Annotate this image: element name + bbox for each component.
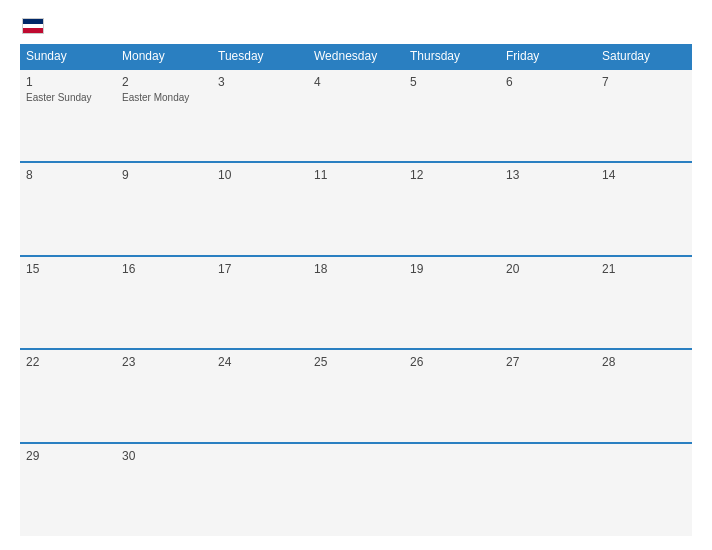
day-number: 17 bbox=[218, 262, 302, 276]
day-number: 29 bbox=[26, 449, 110, 463]
calendar-day-cell: 3 bbox=[212, 69, 308, 162]
calendar-day-cell: 6 bbox=[500, 69, 596, 162]
calendar-day-cell: 7 bbox=[596, 69, 692, 162]
weekday-header: Thursday bbox=[404, 44, 500, 69]
calendar-day-cell bbox=[404, 443, 500, 536]
calendar-week-row: 2930 bbox=[20, 443, 692, 536]
calendar-day-cell: 29 bbox=[20, 443, 116, 536]
day-number: 11 bbox=[314, 168, 398, 182]
day-number: 9 bbox=[122, 168, 206, 182]
calendar-day-cell: 19 bbox=[404, 256, 500, 349]
day-number: 26 bbox=[410, 355, 494, 369]
page: SundayMondayTuesdayWednesdayThursdayFrid… bbox=[0, 0, 712, 550]
day-number: 10 bbox=[218, 168, 302, 182]
day-number: 27 bbox=[506, 355, 590, 369]
day-number: 16 bbox=[122, 262, 206, 276]
calendar-day-cell: 9 bbox=[116, 162, 212, 255]
day-number: 6 bbox=[506, 75, 590, 89]
calendar-week-row: 15161718192021 bbox=[20, 256, 692, 349]
calendar-day-cell: 28 bbox=[596, 349, 692, 442]
calendar-day-cell bbox=[212, 443, 308, 536]
day-number: 28 bbox=[602, 355, 686, 369]
calendar-day-cell bbox=[596, 443, 692, 536]
weekday-row: SundayMondayTuesdayWednesdayThursdayFrid… bbox=[20, 44, 692, 69]
day-number: 12 bbox=[410, 168, 494, 182]
calendar-body: 1Easter Sunday2Easter Monday345678910111… bbox=[20, 69, 692, 536]
calendar-day-cell: 12 bbox=[404, 162, 500, 255]
calendar-day-cell: 30 bbox=[116, 443, 212, 536]
calendar-day-cell: 21 bbox=[596, 256, 692, 349]
day-number: 5 bbox=[410, 75, 494, 89]
day-number: 18 bbox=[314, 262, 398, 276]
day-number: 15 bbox=[26, 262, 110, 276]
day-number: 14 bbox=[602, 168, 686, 182]
weekday-header: Friday bbox=[500, 44, 596, 69]
holiday-label: Easter Sunday bbox=[26, 91, 110, 104]
calendar-day-cell: 23 bbox=[116, 349, 212, 442]
weekday-header: Tuesday bbox=[212, 44, 308, 69]
day-number: 22 bbox=[26, 355, 110, 369]
calendar-week-row: 22232425262728 bbox=[20, 349, 692, 442]
calendar-day-cell: 26 bbox=[404, 349, 500, 442]
calendar-day-cell: 18 bbox=[308, 256, 404, 349]
calendar-day-cell: 17 bbox=[212, 256, 308, 349]
calendar-week-row: 891011121314 bbox=[20, 162, 692, 255]
calendar-day-cell: 1Easter Sunday bbox=[20, 69, 116, 162]
calendar-day-cell: 4 bbox=[308, 69, 404, 162]
calendar-day-cell: 10 bbox=[212, 162, 308, 255]
day-number: 25 bbox=[314, 355, 398, 369]
day-number: 4 bbox=[314, 75, 398, 89]
calendar-day-cell bbox=[308, 443, 404, 536]
calendar-day-cell: 11 bbox=[308, 162, 404, 255]
day-number: 7 bbox=[602, 75, 686, 89]
logo bbox=[20, 18, 44, 34]
weekday-header: Monday bbox=[116, 44, 212, 69]
calendar-day-cell: 13 bbox=[500, 162, 596, 255]
day-number: 23 bbox=[122, 355, 206, 369]
calendar-day-cell: 22 bbox=[20, 349, 116, 442]
weekday-header: Saturday bbox=[596, 44, 692, 69]
calendar-day-cell: 24 bbox=[212, 349, 308, 442]
calendar-day-cell: 15 bbox=[20, 256, 116, 349]
calendar-day-cell: 25 bbox=[308, 349, 404, 442]
header bbox=[20, 18, 692, 34]
calendar-day-cell: 14 bbox=[596, 162, 692, 255]
calendar-day-cell: 16 bbox=[116, 256, 212, 349]
calendar-header: SundayMondayTuesdayWednesdayThursdayFrid… bbox=[20, 44, 692, 69]
weekday-header: Wednesday bbox=[308, 44, 404, 69]
day-number: 1 bbox=[26, 75, 110, 89]
calendar-day-cell: 8 bbox=[20, 162, 116, 255]
day-number: 13 bbox=[506, 168, 590, 182]
day-number: 2 bbox=[122, 75, 206, 89]
day-number: 20 bbox=[506, 262, 590, 276]
calendar-week-row: 1Easter Sunday2Easter Monday34567 bbox=[20, 69, 692, 162]
day-number: 21 bbox=[602, 262, 686, 276]
weekday-header: Sunday bbox=[20, 44, 116, 69]
calendar-day-cell: 20 bbox=[500, 256, 596, 349]
calendar-day-cell: 2Easter Monday bbox=[116, 69, 212, 162]
day-number: 19 bbox=[410, 262, 494, 276]
day-number: 8 bbox=[26, 168, 110, 182]
calendar-day-cell: 27 bbox=[500, 349, 596, 442]
calendar-table: SundayMondayTuesdayWednesdayThursdayFrid… bbox=[20, 44, 692, 536]
day-number: 30 bbox=[122, 449, 206, 463]
logo-flag bbox=[22, 18, 44, 34]
holiday-label: Easter Monday bbox=[122, 91, 206, 104]
calendar-day-cell: 5 bbox=[404, 69, 500, 162]
calendar-day-cell bbox=[500, 443, 596, 536]
day-number: 24 bbox=[218, 355, 302, 369]
day-number: 3 bbox=[218, 75, 302, 89]
